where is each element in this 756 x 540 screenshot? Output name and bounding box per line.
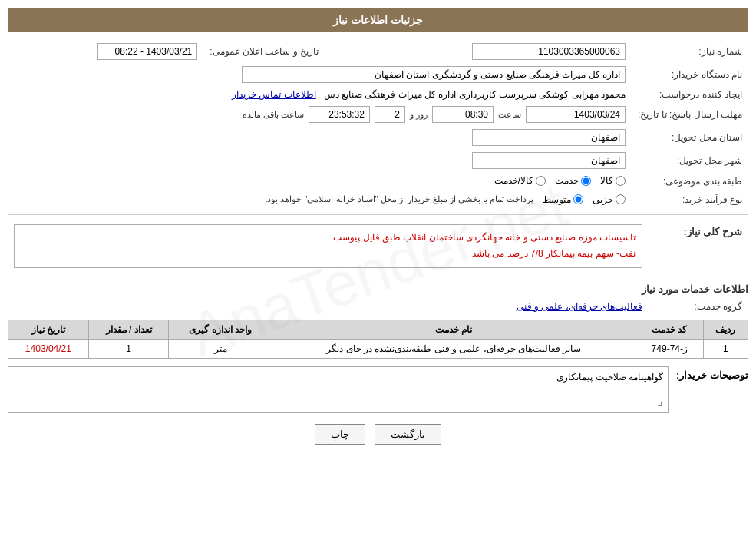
radio-khedmat[interactable]: خدمت [555,175,591,186]
radio-kala-input[interactable] [616,176,626,186]
radio-jozi-label: جزیی [593,194,613,205]
category-radio-group: کالا خدمت کالا/خدمت [494,175,626,186]
description-text: تاسیسات موزه صنایع دستی و خانه جهانگردی … [333,232,636,260]
services-table-header-row: ردیف کد خدمت نام خدمت واحد اندازه گیری ت… [8,320,748,339]
radio-kala-label: کالا [600,175,613,186]
row-creator: ایجاد کننده درخواست: محمود مهرابی کوشکی … [8,86,748,103]
announce-value: 1403/03/21 - 08:22 [8,40,203,63]
radio-jozi[interactable]: جزیی [593,194,626,205]
province-input: اصفهان [472,129,626,146]
cell-quantity: 1 [88,339,169,358]
description-table: شرح کلی نیاز: تاسیسات موزه صنایع دستی و … [8,221,748,276]
radio-motevaset[interactable]: متوسط [543,194,583,205]
row-category: طبقه بندی موضوعی: کالا خدمت کالا/خدمت [8,172,748,191]
row-response-date: مهلت ارسال پاسخ: تا تاریخ: 1403/03/24 سا… [8,103,748,126]
time-label: ساعت [498,110,521,120]
resize-icon: ⌟ [657,394,663,407]
description-box: تاسیسات موزه صنایع دستی و خانه جهانگردی … [14,224,642,268]
remaining-label: ساعت باقی مانده [243,110,304,120]
radio-kala-khedmat-input[interactable] [536,176,546,186]
response-date-container: 1403/03/24 ساعت 08:30 روز و 2 23:53:32 س… [14,106,626,123]
row-order-announce: شماره نیاز: 1103003365000063 تاریخ و ساع… [8,40,748,63]
cell-code: ز-74-749 [636,339,704,358]
col-row: ردیف [703,320,748,339]
creator-link[interactable]: اطلاعات تماس خریدار [232,89,316,100]
divider-1 [8,214,748,215]
radio-motevaset-input[interactable] [573,194,583,204]
header-title: جزئیات اطلاعات نیاز [333,14,423,26]
description-value: تاسیسات موزه صنایع دستی و خانه جهانگردی … [8,221,649,276]
radio-jozi-input[interactable] [616,194,626,204]
response-date-input: 1403/03/24 [526,106,626,123]
announce-label: تاریخ و ساعت اعلان عمومی: [203,40,326,63]
order-number-input: 1103003365000063 [472,43,626,60]
response-time-input: 08:30 [432,106,494,123]
radio-khedmat-input[interactable] [581,176,591,186]
col-name: نام خدمت [272,320,636,339]
row-buyer-org: نام دستگاه خریدار: اداره کل میراث فرهنگی… [8,63,748,86]
radio-kala[interactable]: کالا [600,175,626,186]
purchase-type-row: جزیی متوسط پرداخت تمام یا بخشی از مبلغ خ… [8,191,632,208]
row-province: استان محل تحویل: اصفهان [8,126,748,149]
creator-text: محمود مهرابی کوشکی سرپرست کاربرداری ادار… [324,89,626,100]
radio-motevaset-label: متوسط [543,194,571,205]
buyer-notes-text: گواهینامه صلاحیت پیمانکاری [556,372,663,383]
response-remaining-input: 23:53:32 [309,106,370,123]
page-header: جزئیات اطلاعات نیاز [8,8,748,32]
city-value: اصفهان [8,149,632,172]
back-button[interactable]: بازگشت [375,424,441,445]
service-group-link[interactable]: فعالیت‌های حرفه‌ای، علمی و فنی [517,301,642,312]
category-label: طبقه بندی موضوعی: [632,172,748,191]
creator-value: محمود مهرابی کوشکی سرپرست کاربرداری ادار… [8,86,632,103]
services-table: ردیف کد خدمت نام خدمت واحد اندازه گیری ت… [8,320,748,359]
purchase-type-label: نوع فرآیند خرید: [632,191,748,208]
buyer-org-input: اداره کل میراث فرهنگی صنایع دستی و گردشگ… [242,66,626,83]
order-number-label: شماره نیاز: [632,40,748,63]
service-group-label: گروه خدمت: [649,298,748,315]
footer-buttons: بازگشت چاپ [8,424,748,452]
radio-kala-khedmat[interactable]: کالا/خدمت [494,175,546,186]
category-options: کالا خدمت کالا/خدمت [8,172,632,191]
buyer-org-label: نام دستگاه خریدار: [632,63,748,86]
info-table: شماره نیاز: 1103003365000063 تاریخ و ساع… [8,40,748,208]
response-date-row: 1403/03/24 ساعت 08:30 روز و 2 23:53:32 س… [8,103,632,126]
response-days-input: 2 [375,106,405,123]
row-service-group: گروه خدمت: فعالیت‌های حرفه‌ای، علمی و فن… [8,298,748,315]
cell-name: سایر فعالیت‌های حرفه‌ای، علمی و فنی طبقه… [272,339,636,358]
order-number-value: 1103003365000063 [342,40,632,63]
row-description: شرح کلی نیاز: تاسیسات موزه صنایع دستی و … [8,221,748,276]
table-row: 1 ز-74-749 سایر فعالیت‌های حرفه‌ای، علمی… [8,339,748,358]
purchase-type-container: جزیی متوسط پرداخت تمام یا بخشی از مبلغ خ… [14,194,626,205]
col-date: تاریخ نیاز [8,320,89,339]
cell-unit: متر [169,339,272,358]
province-value: اصفهان [8,126,632,149]
creator-label: ایجاد کننده درخواست: [632,86,748,103]
col-unit: واحد اندازه گیری [169,320,272,339]
buyer-org-value: اداره کل میراث فرهنگی صنایع دستی و گردشگ… [8,63,632,86]
announce-input: 1403/03/21 - 08:22 [97,43,197,60]
col-code: کد خدمت [636,320,704,339]
services-section: اطلاعات خدمات مورد نیاز گروه خدمت: فعالی… [8,283,748,359]
services-table-head: ردیف کد خدمت نام خدمت واحد اندازه گیری ت… [8,320,748,339]
cell-row: 1 [703,339,748,358]
service-group-table: گروه خدمت: فعالیت‌های حرفه‌ای، علمی و فن… [8,298,748,315]
city-label: شهر محل تحویل: [632,149,748,172]
row-purchase-type: نوع فرآیند خرید: جزیی متوسط پرداخت تمام … [8,191,748,208]
print-button[interactable]: چاپ [315,424,365,445]
description-label: شرح کلی نیاز: [649,221,748,276]
service-group-value: فعالیت‌های حرفه‌ای، علمی و فنی [8,298,649,315]
cell-date: 1403/04/21 [8,339,89,358]
row-city: شهر محل تحویل: اصفهان [8,149,748,172]
radio-kala-khedmat-label: کالا/خدمت [494,175,533,186]
page-wrapper: AnaTender.net جزئیات اطلاعات نیاز شماره … [0,0,756,540]
services-title: اطلاعات خدمات مورد نیاز [8,283,748,295]
response-date-label: مهلت ارسال پاسخ: تا تاریخ: [632,103,748,126]
purchase-note: پرداخت تمام یا بخشی از مبلغ خریدار از مح… [265,194,533,204]
province-label: استان محل تحویل: [632,126,748,149]
buyer-notes-label: توصیحات خریدار: [676,366,748,381]
days-label: روز و [410,110,428,120]
buyer-notes-section: توصیحات خریدار: گواهینامه صلاحیت پیمانکا… [8,366,748,413]
city-input: اصفهان [472,152,626,169]
col-quantity: تعداد / مقدار [88,320,169,339]
services-table-body: 1 ز-74-749 سایر فعالیت‌های حرفه‌ای، علمی… [8,339,748,358]
